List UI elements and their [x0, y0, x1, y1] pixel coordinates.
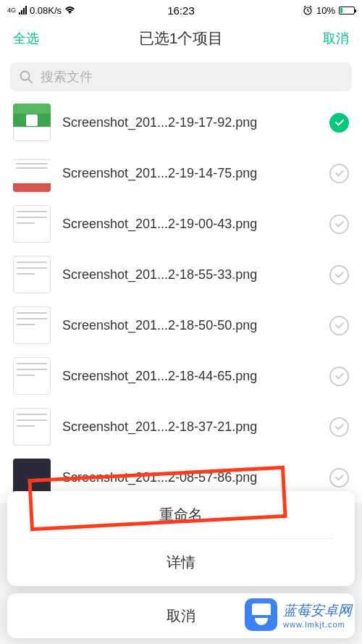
- selection-checkbox[interactable]: [329, 468, 349, 488]
- signal-icon: [19, 6, 27, 14]
- rename-button[interactable]: 重命名: [7, 491, 355, 538]
- file-name: Screenshot_201...2-08-57-86.png: [62, 470, 318, 485]
- file-name: Screenshot_201...2-19-17-92.png: [62, 115, 318, 130]
- selection-header: 全选 已选1个项目 取消: [0, 20, 362, 57]
- file-item[interactable]: Screenshot_201...2-19-17-92.png: [0, 97, 362, 148]
- search-icon: [19, 70, 33, 84]
- file-item[interactable]: Screenshot_201...2-18-50-50.png: [0, 300, 362, 351]
- details-button[interactable]: 详情: [7, 539, 355, 586]
- search-input[interactable]: 搜索文件: [10, 62, 352, 91]
- file-name: Screenshot_201...2-18-37-21.png: [62, 419, 318, 435]
- file-item[interactable]: Screenshot_201...2-18-37-21.png: [0, 401, 362, 452]
- svg-line-2: [28, 79, 32, 83]
- alarm-icon: [303, 5, 313, 15]
- file-name: Screenshot_201...2-19-00-43.png: [62, 217, 318, 232]
- file-name: Screenshot_201...2-19-14-75.png: [62, 166, 318, 181]
- status-bar: 4G 0.08K/s 16:23 10%: [0, 0, 362, 20]
- status-left: 4G 0.08K/s: [7, 5, 75, 16]
- file-item[interactable]: Screenshot_201...2-18-55-33.png: [0, 249, 362, 300]
- file-name: Screenshot_201...2-18-55-33.png: [62, 267, 318, 283]
- file-item[interactable]: Screenshot_201...2-18-44-65.png: [0, 351, 362, 401]
- header-title: 已选1个项目: [139, 28, 224, 49]
- selection-checkbox[interactable]: [329, 214, 349, 234]
- selection-checkbox[interactable]: [329, 367, 349, 386]
- file-list[interactable]: Screenshot_201...2-19-17-92.pngScreensho…: [0, 97, 362, 503]
- action-sheet: 重命名 详情: [7, 491, 355, 586]
- selection-checkbox[interactable]: [329, 417, 349, 437]
- watermark-logo-icon: [245, 598, 277, 631]
- cancel-button[interactable]: 取消: [323, 30, 349, 47]
- file-item[interactable]: Screenshot_201...2-19-14-75.png: [0, 148, 362, 198]
- select-all-button[interactable]: 全选: [13, 30, 39, 47]
- status-right: 10%: [303, 5, 355, 16]
- search-placeholder: 搜索文件: [41, 68, 93, 85]
- battery-icon: [339, 7, 355, 14]
- selection-checkbox[interactable]: [329, 164, 349, 183]
- file-item[interactable]: Screenshot_201...2-19-00-43.png: [0, 198, 362, 249]
- network-type-icon: 4G: [7, 7, 16, 14]
- watermark-title: 蓝莓安卓网: [283, 601, 352, 620]
- selection-checkbox[interactable]: [329, 316, 349, 335]
- search-container: 搜索文件: [0, 57, 362, 97]
- wifi-icon: [64, 6, 75, 14]
- selection-checkbox[interactable]: [329, 113, 349, 133]
- network-speed: 0.08K/s: [30, 5, 62, 16]
- watermark: 蓝莓安卓网 www.lmkjt.com: [245, 598, 352, 631]
- battery-percentage: 10%: [316, 5, 335, 16]
- file-name: Screenshot_201...2-18-50-50.png: [62, 318, 318, 333]
- file-name: Screenshot_201...2-18-44-65.png: [62, 369, 318, 384]
- status-time: 16:23: [167, 4, 195, 17]
- selection-checkbox[interactable]: [329, 265, 349, 285]
- watermark-url: www.lmkjt.com: [283, 620, 352, 629]
